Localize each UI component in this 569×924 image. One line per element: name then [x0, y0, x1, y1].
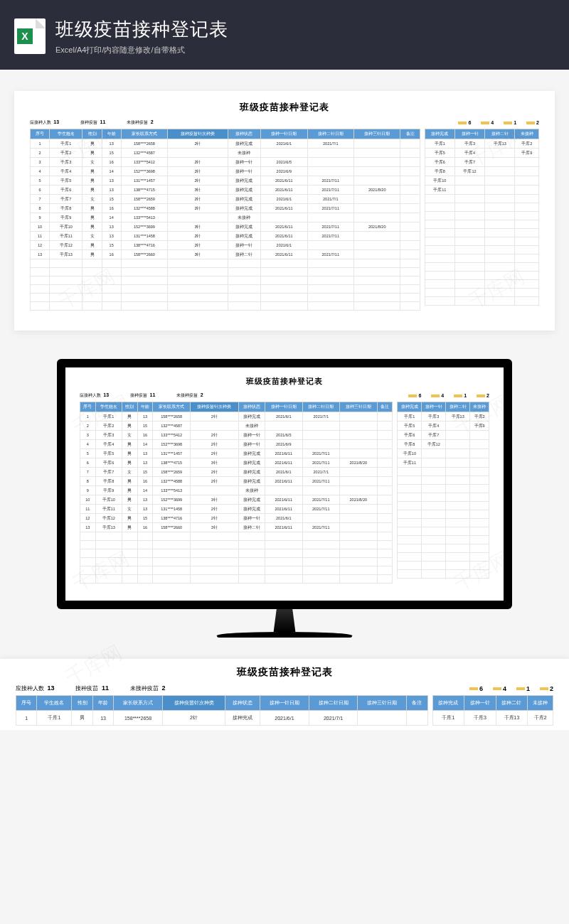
table-row: 千库8千库12 — [425, 167, 538, 176]
page-title: 班级疫苗接种登记表 — [55, 17, 228, 42]
table-row: 8千库8男16 132****45882针接种完成 2021/6/112021/… — [80, 477, 393, 486]
table-row: 13千库13男16 158****26603针接种二针 2021/6/11202… — [80, 523, 393, 532]
table-row: 千库1千库3千库13千库2 — [398, 412, 489, 421]
table-row — [425, 272, 538, 280]
col-header: 序号 — [31, 129, 50, 139]
col-header: 备注 — [400, 129, 420, 139]
table-row — [31, 259, 420, 268]
table-row: 7千库7女15 158****26592针接种完成 2021/6/12021/7… — [80, 468, 393, 477]
monitor-mockup: 班级疫苗接种登记表 应接种人数 13 接种疫苗 11 未接种疫苗 2 6412 … — [0, 359, 569, 638]
table-row — [80, 558, 393, 566]
col-header: 接种一针日期 — [260, 696, 309, 711]
col-header: 接种疫苗针次种类 — [162, 696, 225, 711]
table-row — [425, 263, 538, 272]
table-row: 6千库6男13 138****47153针接种完成 2021/6/112021/… — [31, 186, 420, 195]
col-header: 年龄 — [137, 402, 153, 412]
col-header: 性别 — [83, 129, 102, 139]
col-header: 接种二针日期 — [302, 402, 340, 412]
side-table: 接种完成接种一针接种二针未接种千库1千库3千库13千库2千库5千库4 千库9千库… — [397, 402, 489, 579]
col-header: 接种疫苗针次种类 — [168, 129, 228, 139]
table-row — [31, 276, 420, 285]
col-header: 未接种 — [515, 129, 539, 139]
table-row — [398, 544, 489, 553]
table-row — [425, 212, 538, 220]
summary-row: 应接种人数 13 接种疫苗 11 未接种疫苗 2 6412 — [73, 392, 496, 399]
table-row: 8千库8男16 132****45882针接种完成 2021/6/112021/… — [31, 204, 420, 213]
table-row — [398, 527, 489, 536]
table-row — [425, 246, 538, 254]
table-row — [31, 302, 420, 311]
col-header: 未接种 — [470, 402, 489, 412]
table-row: 千库1千库3千库13千库2 — [425, 139, 538, 149]
col-header: 接种二针日期 — [309, 696, 358, 711]
table-row: 千库5千库4 千库9 — [425, 149, 538, 158]
table-row — [425, 254, 538, 263]
sheet-title: 班级疫苗接种登记表 — [9, 666, 560, 679]
table-row — [398, 502, 489, 510]
col-header: 学生姓名 — [50, 129, 83, 139]
col-header: 家长联系方式 — [121, 129, 167, 139]
table-row: 千库11 — [398, 458, 489, 468]
col-header: 序号 — [80, 402, 96, 412]
col-header: 家长联系方式 — [153, 402, 191, 412]
table-row: 5千库5男13 131****14572针接种完成 2021/6/112021/… — [80, 449, 393, 458]
table-row: 千库8千库12 — [398, 440, 489, 449]
col-header: 备注 — [377, 402, 393, 412]
table-row — [31, 268, 420, 276]
table-row — [398, 536, 489, 544]
table-row: 9千库9男14 133****5413未接种 — [80, 486, 393, 495]
side-table: 接种完成接种一针接种二针未接种千库1千库3千库13千库2千库5千库4 千库9千库… — [425, 129, 539, 306]
template-preview-sheet: 班级疫苗接种登记表 应接种人数 13 接种疫苗 11 未接种疫苗 2 6412 … — [14, 91, 555, 331]
table-row: 千库1千库3千库13千库2 — [432, 711, 553, 726]
table-row: 1千库1男13 158****26582针接种完成 2021/6/12021/7… — [80, 412, 393, 421]
table-row: 千库10 — [398, 449, 489, 458]
col-header: 接种三针日期 — [358, 696, 407, 711]
table-row: 千库11 — [425, 186, 538, 195]
table-row: 千库10 — [425, 176, 538, 186]
table-row: 4千库4男14 152****36982针接种一针 2021/6/9 — [31, 167, 420, 176]
table-row — [80, 549, 393, 558]
table-row — [398, 468, 489, 476]
table-row — [80, 566, 393, 575]
table-row: 1千库1男13158****26582针接种完成2021/6/12021/7/1 — [16, 711, 428, 726]
table-row: 4千库4男14 152****36982针接种一针 2021/6/9 — [80, 440, 393, 449]
col-header: 接种一针 — [454, 129, 484, 139]
side-table: 接种完成接种一针接种二针未接种千库1千库3千库13千库2 — [432, 695, 553, 726]
table-row: 千库6千库7 — [425, 158, 538, 167]
col-header: 接种一针 — [464, 696, 496, 711]
table-row: 5千库5男13 131****14572针接种完成 2021/6/112021/… — [31, 176, 420, 186]
page-header: X 班级疫苗接种登记表 Excel/A4打印/内容随意修改/自带格式 — [0, 0, 569, 70]
table-row — [425, 220, 538, 229]
col-header: 年龄 — [92, 696, 113, 711]
col-header: 接种二针 — [496, 696, 528, 711]
col-header: 性别 — [122, 402, 137, 412]
table-row: 7千库7女15 158****26592针接种完成 2021/6/12021/7… — [31, 195, 420, 204]
table-row — [425, 229, 538, 237]
table-row — [425, 289, 538, 297]
table-row — [398, 570, 489, 579]
table-row — [398, 562, 489, 570]
col-header: 接种一针日期 — [261, 129, 307, 139]
table-row — [31, 285, 420, 294]
table-row — [425, 237, 538, 246]
sheet-title: 班级疫苗接种登记表 — [23, 101, 546, 114]
main-table: 序号学生姓名性别年龄家长联系方式接种疫苗针次种类接种状态接种一针日期接种二针日期… — [30, 129, 420, 311]
col-header: 年龄 — [102, 129, 121, 139]
table-row — [398, 519, 489, 527]
col-header: 未接种 — [528, 696, 553, 711]
col-header: 接种二针日期 — [307, 129, 353, 139]
col-header: 接种二针 — [446, 402, 470, 412]
col-header: 接种完成 — [398, 402, 422, 412]
col-header: 学生姓名 — [37, 696, 72, 711]
col-header: 接种完成 — [432, 696, 464, 711]
col-header: 接种疫苗针次种类 — [190, 402, 238, 412]
col-header: 家长联系方式 — [114, 696, 163, 711]
table-row — [398, 510, 489, 519]
table-row: 千库5千库4 千库9 — [398, 421, 489, 431]
col-header: 接种状态 — [225, 696, 260, 711]
table-row — [80, 575, 393, 584]
main-table: 序号学生姓名性别年龄家长联系方式接种疫苗针次种类接种状态接种一针日期接种二针日期… — [80, 402, 393, 584]
page-subtitle: Excel/A4打印/内容随意修改/自带格式 — [55, 45, 228, 55]
table-row — [425, 203, 538, 212]
table-row — [425, 195, 538, 203]
